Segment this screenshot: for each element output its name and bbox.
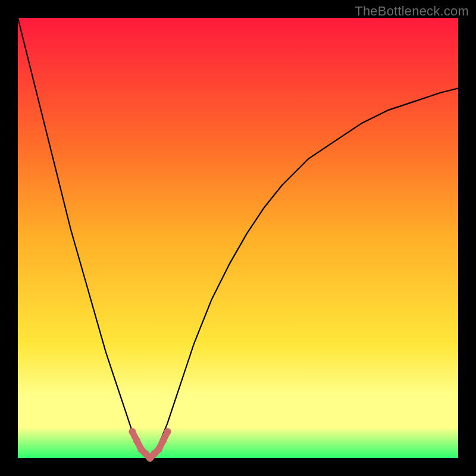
curve-right-branch [150,88,458,458]
valley-marker [164,428,171,436]
watermark-text: TheBottleneck.com [355,4,469,19]
valley-marker [155,446,162,453]
chart-svg [18,18,458,458]
chart-frame: TheBottleneck.com [0,0,476,476]
valley-marker [133,437,140,444]
plot-area [18,18,458,458]
valley-marker [129,428,136,436]
curve-left-branch [18,18,150,458]
valley-markers [129,428,171,462]
valley-connector [132,432,167,458]
valley-marker [159,437,167,444]
